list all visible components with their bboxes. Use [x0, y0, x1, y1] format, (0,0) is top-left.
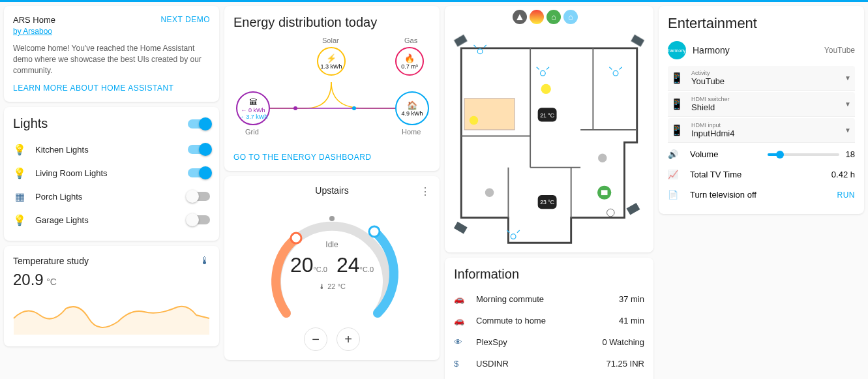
camera-icon[interactable] — [454, 222, 468, 234]
info-label: Morning commute — [476, 294, 544, 304]
light-toggle[interactable] — [188, 168, 210, 177]
chart-icon: 📈 — [668, 170, 681, 179]
camera-icon[interactable] — [631, 35, 644, 47]
thermostat-current: 🌡 22 °C — [290, 282, 374, 290]
select-value: YouTube — [691, 76, 837, 86]
run-button[interactable]: RUN — [837, 190, 856, 200]
camera-icon[interactable] — [627, 203, 640, 215]
select-row[interactable]: 📱 HDMI switcher Shield ▼ — [668, 92, 855, 117]
light-toggle[interactable] — [188, 192, 210, 201]
grid-label: Grid — [245, 128, 259, 136]
light-toggle[interactable] — [188, 215, 210, 224]
floorplan-light-off-1[interactable] — [598, 154, 606, 162]
light-toggle[interactable] — [188, 145, 210, 154]
chevron-down-icon: ▼ — [845, 100, 851, 108]
camera-icon[interactable] — [454, 35, 468, 47]
lightbulb-icon: ▦ — [13, 190, 26, 203]
light-name: Porch Lights — [35, 192, 82, 202]
gas-label: Gas — [404, 37, 417, 44]
info-value: 0 Watching — [602, 337, 644, 347]
gas-node[interactable]: 🔥 0.7 m³ — [395, 47, 424, 76]
floorplan-light-off-2[interactable] — [485, 188, 494, 196]
tv-time-value: 0.42 h — [831, 170, 855, 179]
select-label: HDMI input — [691, 122, 837, 129]
energy-title: Energy distribution today — [233, 15, 430, 30]
script-icon: 📄 — [668, 190, 681, 200]
svg-rect-10 — [464, 99, 515, 130]
next-demo-button[interactable]: NEXT DEMO — [160, 15, 210, 24]
light-name: Living Room Lights — [35, 168, 108, 178]
lights-master-toggle[interactable] — [188, 119, 210, 129]
light-row[interactable]: ▦ Porch Lights — [13, 185, 210, 208]
info-row[interactable]: 👁 PlexSpy 0 Watching — [454, 331, 644, 353]
volume-icon: 🔊 — [668, 149, 681, 159]
light-row[interactable]: 💡 Kitchen Lights — [13, 138, 210, 161]
light-row[interactable]: 💡 Garage Lights — [13, 208, 210, 232]
floorplan-light-kitchen[interactable] — [470, 116, 478, 125]
thermostat-mode: Idle — [290, 240, 374, 249]
lights-title: Lights — [13, 116, 48, 131]
info-value: 37 min — [619, 294, 644, 304]
floorplan-tab-2[interactable] — [530, 10, 544, 24]
high-handle[interactable] — [369, 226, 380, 237]
thermostat-high: 24 — [337, 253, 360, 277]
thermostat-card: Upstairs ⋮ Idle 20°C.0 24°C.0 — [224, 176, 440, 360]
select-row[interactable]: 📱 Activity YouTube ▼ — [668, 66, 855, 91]
temperature-sparkline — [13, 296, 210, 335]
media-status: YouTube — [824, 46, 855, 55]
welcome-description: Welcome home! You've reached the Home As… — [13, 43, 210, 76]
volume-label: Volume — [690, 149, 718, 159]
volume-slider[interactable] — [768, 153, 839, 156]
floorplan-tab-3[interactable]: ⌂ — [546, 10, 561, 24]
svg-point-0 — [293, 106, 297, 110]
select-row[interactable]: 📱 HDMI input InputHdmi4 ▼ — [668, 118, 855, 143]
grid-node[interactable]: 🏛 ← 0 kWh → 3.7 kWh — [236, 91, 270, 125]
info-label: PlexSpy — [476, 337, 507, 347]
remote-icon: 📱 — [670, 98, 683, 110]
info-row[interactable]: 🚗 Morning commute 37 min — [454, 288, 644, 310]
dollar-icon: $ — [454, 359, 467, 369]
entertainment-card: Entertainment harmony Harmony YouTube 📱 … — [659, 6, 864, 214]
select-value: Shield — [691, 102, 837, 112]
remote-icon: 📱 — [670, 124, 683, 136]
energy-dashboard-link[interactable]: GO TO THE ENERGY DASHBOARD — [233, 153, 430, 162]
light-row[interactable]: 💡 Living Room Lights — [13, 161, 210, 185]
floorplan-tab-4[interactable]: ⌂ — [563, 10, 578, 24]
info-label: USDINR — [476, 359, 509, 369]
floorplan-temp-bedroom[interactable]: 23 °C — [538, 195, 557, 209]
info-row[interactable]: $ USDINR 71.25 INR — [454, 353, 644, 374]
chevron-down-icon: ▼ — [845, 74, 851, 82]
info-value: 71.25 INR — [606, 359, 644, 369]
volume-value: 18 — [846, 149, 855, 159]
svg-rect-15 — [601, 190, 608, 195]
turn-off-label: Turn television off — [690, 190, 756, 200]
light-name: Garage Lights — [35, 215, 89, 225]
chevron-down-icon: ▼ — [845, 127, 851, 134]
temp-title: Temperature study — [13, 256, 89, 266]
entertainment-title: Entertainment — [668, 15, 855, 32]
welcome-title: ARS Home — [13, 15, 55, 25]
svg-text:21 °C: 21 °C — [540, 112, 554, 119]
harmony-icon: harmony — [668, 41, 686, 59]
media-player-header[interactable]: harmony Harmony YouTube — [668, 41, 855, 59]
tv-time-label: Total TV Time — [690, 170, 741, 179]
more-icon[interactable]: ⋮ — [420, 185, 430, 198]
home-node[interactable]: 🏠 4.9 kWh — [395, 91, 429, 125]
temperature-card[interactable]: Temperature study 🌡 20.9 °C — [4, 246, 219, 346]
car-icon: 🚗 — [454, 316, 467, 326]
select-label: HDMI switcher — [691, 96, 837, 102]
light-name: Kitchen Lights — [35, 145, 89, 155]
floorplan-temp-living[interactable]: 21 °C — [538, 108, 557, 121]
floorplan-card[interactable]: ▲ ⌂ ⌂ — [445, 6, 653, 252]
welcome-card: ARS Home by Arsaboo NEXT DEMO Welcome ho… — [4, 6, 219, 102]
author-link[interactable]: by Arsaboo — [13, 27, 52, 36]
info-row[interactable]: 🚗 Commute to home 41 min — [454, 310, 644, 331]
lightbulb-icon: 💡 — [13, 143, 26, 156]
solar-node[interactable]: ⚡ 1.3 kWh — [317, 47, 346, 76]
information-card: Information 🚗 Morning commute 37 min 🚗 C… — [445, 258, 653, 379]
floorplan-light-living[interactable] — [541, 84, 550, 94]
learn-more-link[interactable]: LEARN MORE ABOUT HOME ASSISTANT — [13, 83, 210, 93]
home-label: Home — [402, 128, 421, 136]
thermometer-icon: 🌡 — [200, 255, 210, 267]
floorplan-tab-1[interactable]: ▲ — [513, 10, 527, 24]
